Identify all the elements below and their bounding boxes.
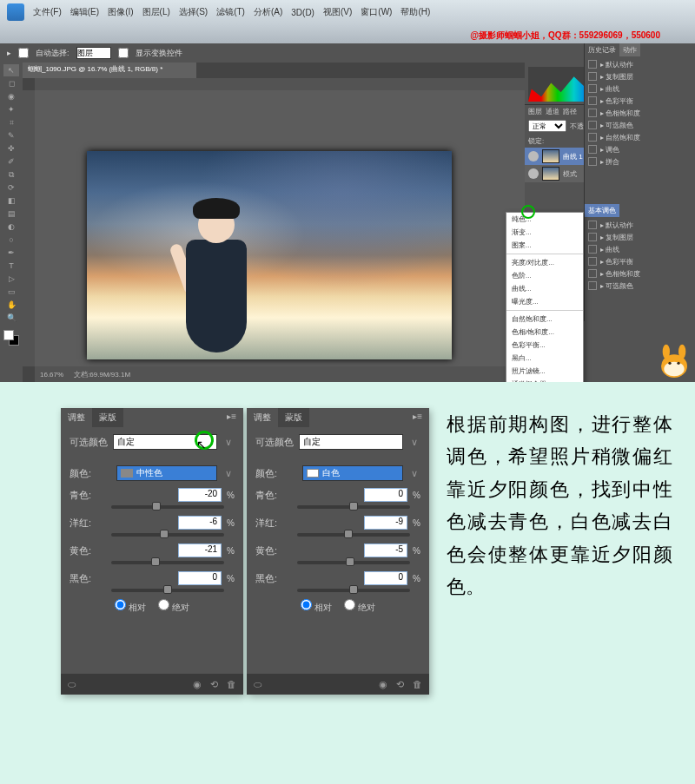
- menu-item[interactable]: 选择(S): [179, 6, 208, 18]
- panel-menu-icon[interactable]: ▸≡: [227, 412, 236, 421]
- gradient-tool[interactable]: ▤: [3, 208, 19, 220]
- auto-select-check[interactable]: [18, 47, 29, 59]
- prev-icon[interactable]: ◉: [193, 679, 202, 690]
- move-tool[interactable]: ↖: [3, 64, 19, 76]
- slider-thumb[interactable]: [349, 502, 358, 511]
- action-item[interactable]: ▸ 复制图层: [600, 72, 633, 82]
- menu-item[interactable]: 图像(I): [108, 6, 133, 18]
- slider-track[interactable]: [111, 505, 224, 509]
- slider-thumb[interactable]: [344, 530, 353, 538]
- menu-item-bc[interactable]: 亮度/对比度...: [506, 256, 583, 269]
- relative-radio[interactable]: 相对: [301, 603, 332, 612]
- slider-value[interactable]: 0: [178, 571, 222, 585]
- slider-thumb[interactable]: [152, 502, 161, 511]
- chevron-down-icon[interactable]: ∨: [408, 437, 420, 448]
- eraser-tool[interactable]: ◧: [3, 194, 19, 207]
- menu-item[interactable]: 窗口(W): [361, 6, 392, 18]
- history-tool[interactable]: ⟳: [3, 181, 19, 194]
- zoom-tool[interactable]: 🔍: [3, 312, 19, 324]
- menu-item[interactable]: 图层(L): [142, 6, 170, 18]
- trash-icon[interactable]: 🗑: [413, 679, 422, 689]
- action-item[interactable]: ▸ 色彩平衡: [600, 257, 633, 267]
- mask-tab[interactable]: 蒙版: [92, 408, 123, 427]
- chevron-down-icon[interactable]: ∨: [408, 468, 420, 479]
- action-item[interactable]: ▸ 调色: [600, 145, 619, 155]
- menu-item-gradient[interactable]: 渐变...: [506, 226, 583, 239]
- menu-item-vibrance[interactable]: 自然饱和度...: [506, 313, 583, 326]
- slider-value[interactable]: -9: [364, 516, 407, 530]
- absolute-radio[interactable]: 绝对: [344, 603, 375, 612]
- crop-tool[interactable]: ⌗: [3, 116, 19, 128]
- slider-thumb[interactable]: [160, 530, 169, 538]
- transform-check[interactable]: [118, 47, 129, 59]
- wand-tool[interactable]: ✦: [3, 103, 19, 115]
- menu-item-exposure[interactable]: 曝光度...: [506, 295, 583, 308]
- slider-track[interactable]: [297, 505, 410, 509]
- menu-item[interactable]: 3D(D): [291, 8, 314, 17]
- absolute-radio[interactable]: 绝对: [158, 603, 189, 612]
- stamp-tool[interactable]: ⧉: [3, 168, 19, 181]
- slider-track[interactable]: [297, 533, 410, 537]
- layers-tab[interactable]: 图层: [528, 107, 542, 116]
- menu-item[interactable]: 分析(A): [254, 6, 282, 18]
- menu-item[interactable]: 帮助(H): [400, 6, 430, 18]
- slider-track[interactable]: [111, 589, 224, 592]
- canvas[interactable]: [35, 90, 525, 366]
- heal-tool[interactable]: ✜: [3, 142, 19, 155]
- slider-thumb[interactable]: [349, 585, 358, 594]
- slider-thumb[interactable]: [151, 557, 160, 566]
- action-item[interactable]: ▸ 默认动作: [600, 60, 633, 69]
- action-item[interactable]: ▸ 默认动作: [600, 221, 633, 230]
- mask-tab[interactable]: 蒙版: [278, 408, 309, 427]
- paths-tab[interactable]: 路径: [563, 107, 577, 116]
- menu-item-solid[interactable]: 纯色...: [506, 213, 583, 226]
- history-tab[interactable]: 历史记录: [585, 43, 619, 56]
- slider-value[interactable]: 0: [364, 488, 407, 502]
- action-item[interactable]: ▸ 曲线: [600, 84, 619, 94]
- type-tool[interactable]: T: [3, 260, 19, 272]
- menu-item-pattern[interactable]: 图案...: [506, 239, 583, 252]
- blend-mode[interactable]: 正常: [528, 120, 566, 132]
- reset-icon[interactable]: ⟲: [396, 679, 404, 690]
- clip-icon[interactable]: ⬭: [254, 679, 261, 690]
- trash-icon[interactable]: 🗑: [227, 679, 236, 689]
- chevron-down-icon[interactable]: ∨: [222, 468, 235, 479]
- menu-item[interactable]: 文件(F): [33, 6, 62, 18]
- slider-value[interactable]: -21: [178, 544, 222, 557]
- action-item[interactable]: ▸ 色相饱和度: [600, 269, 640, 279]
- prev-icon[interactable]: ◉: [379, 679, 387, 690]
- slider-value[interactable]: 0: [364, 571, 407, 585]
- menu-item-chanmix[interactable]: 通道混合器...: [506, 378, 583, 382]
- channels-tab[interactable]: 通道: [546, 107, 559, 116]
- visibility-icon[interactable]: [528, 151, 539, 161]
- menu-item[interactable]: 滤镜(T): [216, 6, 245, 18]
- slider-track[interactable]: [111, 561, 224, 564]
- adjust-tab[interactable]: 调整: [61, 408, 92, 427]
- target-input[interactable]: [76, 47, 111, 59]
- document-tab[interactable]: 蝈蝈_1090.JPG @ 16.7% (曲线 1, RGB/8) *: [23, 63, 196, 78]
- preset-select[interactable]: 自定: [299, 434, 403, 450]
- dodge-tool[interactable]: ○: [3, 234, 19, 246]
- chevron-down-icon[interactable]: ∨: [222, 437, 235, 448]
- menu-item-hsl[interactable]: 色相/饱和度...: [506, 326, 583, 339]
- blur-tool[interactable]: ◐: [3, 221, 19, 233]
- visibility-icon[interactable]: [528, 168, 539, 179]
- clip-icon[interactable]: ⬭: [68, 679, 76, 690]
- menu-item-levels[interactable]: 色阶...: [506, 269, 583, 282]
- actionset-title[interactable]: 基本调色: [585, 204, 619, 217]
- color-swatch[interactable]: [3, 330, 19, 346]
- action-item[interactable]: ▸ 色相饱和度: [600, 109, 640, 118]
- action-item[interactable]: ▸ 可选颜色: [600, 281, 633, 291]
- slider-track[interactable]: [297, 561, 410, 564]
- adjust-tab[interactable]: 调整: [247, 408, 278, 427]
- reset-icon[interactable]: ⟲: [210, 679, 218, 690]
- slider-thumb[interactable]: [163, 585, 172, 594]
- path-tool[interactable]: ▷: [3, 273, 19, 285]
- action-item[interactable]: ▸ 复制图层: [600, 233, 633, 242]
- color-select[interactable]: 中性色: [116, 465, 217, 481]
- pen-tool[interactable]: ✒: [3, 247, 19, 259]
- slider-track[interactable]: [111, 533, 224, 537]
- relative-radio[interactable]: 相对: [115, 603, 146, 612]
- action-item[interactable]: ▸ 曲线: [600, 245, 619, 254]
- slider-value[interactable]: -20: [178, 488, 222, 502]
